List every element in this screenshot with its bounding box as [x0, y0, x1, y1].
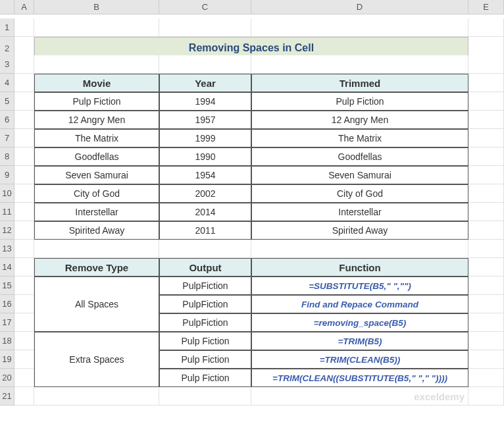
col-D[interactable]: D [251, 0, 468, 14]
cell-D17[interactable]: =removing_space(B5) [251, 313, 468, 332]
cell-A5[interactable] [14, 92, 34, 111]
cell-A10[interactable] [14, 184, 34, 203]
cell-B9[interactable]: Seven Samurai [34, 166, 159, 184]
cell-A15[interactable] [14, 277, 34, 295]
cell-E9[interactable] [468, 166, 504, 184]
cell-D9[interactable]: Seven Samurai [251, 166, 468, 184]
cell-B18[interactable]: Extra Spaces [34, 332, 159, 387]
cell-D20[interactable]: =TRIM(CLEAN((SUBSTITUTE(B5," "," ")))) [251, 369, 468, 387]
cell-D18[interactable]: =TRIM(B5) [251, 332, 468, 350]
cell-C6[interactable]: 1957 [159, 111, 251, 129]
cell-D19[interactable]: =TRIM(CLEAN(B5)) [251, 350, 468, 369]
cell-B13[interactable] [34, 240, 159, 258]
cell-A14[interactable] [14, 258, 34, 277]
cell-A20[interactable] [14, 369, 34, 387]
cell-E7[interactable] [468, 129, 504, 147]
cell-C20[interactable]: Pulp Fiction [159, 369, 251, 387]
cell-E18[interactable] [468, 332, 504, 350]
cell-A6[interactable] [14, 111, 34, 129]
hdr-year[interactable]: Year [159, 74, 251, 92]
cell-E16[interactable] [468, 295, 504, 313]
cell-C3[interactable] [159, 55, 251, 74]
cell-B12[interactable]: Spirited Away [34, 221, 159, 240]
cell-A16[interactable] [14, 295, 34, 313]
row-16[interactable]: 16 [0, 295, 14, 313]
hdr-movie[interactable]: Movie [34, 74, 159, 92]
hdr-trimmed[interactable]: Trimmed [251, 74, 468, 92]
row-1[interactable]: 1 [0, 18, 14, 37]
cell-C19[interactable]: Pulp Fiction [159, 350, 251, 369]
cell-B21[interactable] [34, 387, 159, 406]
cell-B5[interactable]: Pulp Fiction [34, 92, 159, 111]
select-all-corner[interactable] [0, 0, 14, 14]
cell-E4[interactable] [468, 74, 504, 92]
cell-C13[interactable] [159, 240, 251, 258]
cell-B7[interactable]: The Matrix [34, 129, 159, 147]
cell-E17[interactable] [468, 313, 504, 332]
cell-A3[interactable] [14, 55, 34, 74]
cell-D3[interactable] [251, 55, 468, 74]
cell-C8[interactable]: 1990 [159, 147, 251, 166]
cell-C10[interactable]: 2002 [159, 184, 251, 203]
row-5[interactable]: 5 [0, 92, 14, 111]
cell-A4[interactable] [14, 74, 34, 92]
cell-D16[interactable]: Find and Repace Command [251, 295, 468, 313]
cell-E6[interactable] [468, 111, 504, 129]
row-19[interactable]: 19 [0, 350, 14, 369]
row-12[interactable]: 12 [0, 221, 14, 240]
cell-C12[interactable]: 2011 [159, 221, 251, 240]
row-15[interactable]: 15 [0, 277, 14, 295]
col-C[interactable]: C [159, 0, 251, 14]
cell-C1[interactable] [159, 18, 251, 37]
cell-D10[interactable]: City of God [251, 184, 468, 203]
cell-B6[interactable]: 12 Angry Men [34, 111, 159, 129]
cell-C18[interactable]: Pulp Fiction [159, 332, 251, 350]
cell-E1[interactable] [468, 18, 504, 37]
cell-C17[interactable]: PulpFiction [159, 313, 251, 332]
row-8[interactable]: 8 [0, 147, 14, 166]
row-11[interactable]: 11 [0, 203, 14, 221]
hdr-remove-type[interactable]: Remove Type [34, 258, 159, 277]
row-14[interactable]: 14 [0, 258, 14, 277]
cell-C15[interactable]: PulpFiction [159, 277, 251, 295]
cell-E21[interactable] [468, 387, 504, 406]
cell-A11[interactable] [14, 203, 34, 221]
cell-E5[interactable] [468, 92, 504, 111]
cell-A7[interactable] [14, 129, 34, 147]
cell-E8[interactable] [468, 147, 504, 166]
col-B[interactable]: B [34, 0, 159, 14]
cell-D6[interactable]: 12 Angry Men [251, 111, 468, 129]
row-20[interactable]: 20 [0, 369, 14, 387]
cell-D5[interactable]: Pulp Fiction [251, 92, 468, 111]
cell-A19[interactable] [14, 350, 34, 369]
cell-B3[interactable] [34, 55, 159, 74]
cell-A17[interactable] [14, 313, 34, 332]
cell-B10[interactable]: City of God [34, 184, 159, 203]
row-18[interactable]: 18 [0, 332, 14, 350]
cell-B11[interactable]: Interstellar [34, 203, 159, 221]
cell-D8[interactable]: Goodfellas [251, 147, 468, 166]
row-4[interactable]: 4 [0, 74, 14, 92]
cell-E11[interactable] [468, 203, 504, 221]
col-E[interactable]: E [468, 0, 504, 14]
cell-C7[interactable]: 1999 [159, 129, 251, 147]
cell-A21[interactable] [14, 387, 34, 406]
cell-E12[interactable] [468, 221, 504, 240]
cell-A18[interactable] [14, 332, 34, 350]
cell-D13[interactable] [251, 240, 468, 258]
cell-C21[interactable] [159, 387, 251, 406]
row-10[interactable]: 10 [0, 184, 14, 203]
cell-D1[interactable] [251, 18, 468, 37]
cell-D11[interactable]: Interstellar [251, 203, 468, 221]
cell-A1[interactable] [14, 18, 34, 37]
col-A[interactable]: A [14, 0, 34, 14]
cell-D7[interactable]: The Matrix [251, 129, 468, 147]
cell-E20[interactable] [468, 369, 504, 387]
row-21[interactable]: 21 [0, 387, 14, 406]
cell-C16[interactable]: PulpFiction [159, 295, 251, 313]
cell-E13[interactable] [468, 240, 504, 258]
cell-D21[interactable] [251, 387, 468, 406]
cell-E3[interactable] [468, 55, 504, 74]
cell-C9[interactable]: 1954 [159, 166, 251, 184]
cell-A12[interactable] [14, 221, 34, 240]
